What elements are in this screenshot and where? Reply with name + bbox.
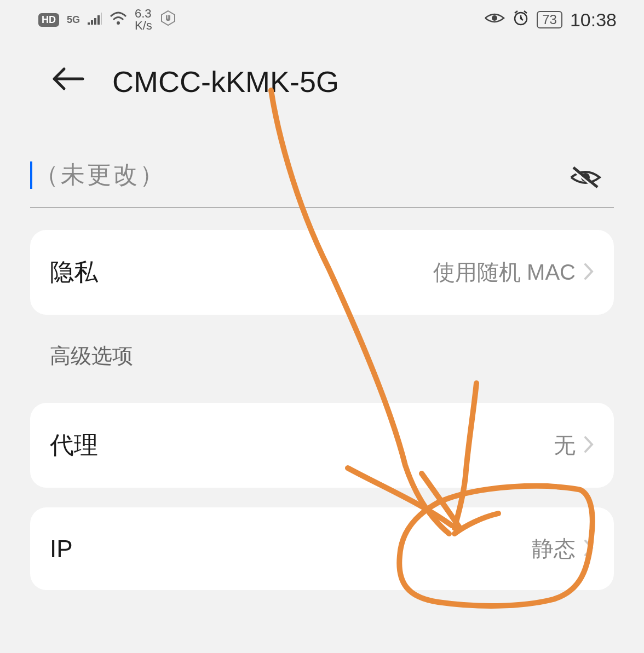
password-placeholder: （未更改） [34,159,166,191]
svg-point-2 [492,15,497,21]
status-left: HD 5G 6.3 K/s [38,8,176,32]
advanced-section-header: 高级选项 [30,315,614,381]
svg-point-0 [117,21,120,25]
proxy-setting-row[interactable]: 代理 无 [30,403,614,488]
clock: 10:38 [570,9,617,31]
hd-badge-icon: HD [38,13,59,27]
privacy-setting-row[interactable]: 隐私 使用随机 MAC [30,230,614,315]
battery-icon: 73 [537,11,562,28]
chevron-right-icon [583,435,594,456]
ip-setting-row[interactable]: IP 静态 [30,507,614,590]
proxy-value: 无 [554,430,576,460]
chevron-right-icon [583,539,594,559]
wifi-icon [110,11,127,29]
hand-icon [160,10,176,30]
password-input[interactable]: （未更改） [30,148,614,208]
proxy-label: 代理 [50,429,98,461]
ip-label: IP [50,535,73,563]
status-right: 73 10:38 [484,9,617,31]
show-password-icon[interactable] [568,164,603,193]
privacy-value-wrap: 使用随机 MAC [433,257,594,287]
ip-value: 静态 [532,534,576,564]
page-title: CMCC-kKMK-5G [112,65,339,99]
back-arrow-icon[interactable] [52,66,85,97]
chevron-right-icon [583,262,594,283]
content: （未更改） 隐私 使用随机 MAC 高级选项 代理 无 IP 静态 [0,120,644,590]
proxy-value-wrap: 无 [554,430,594,460]
page-header: CMCC-kKMK-5G [0,37,644,120]
ip-value-wrap: 静态 [532,534,594,564]
privacy-label: 隐私 [50,256,98,288]
privacy-value: 使用随机 MAC [433,257,576,287]
eye-visibility-icon [484,11,505,28]
network-speed: 6.3 K/s [135,8,152,32]
text-cursor [30,161,32,189]
status-bar: HD 5G 6.3 K/s 73 10:38 [0,0,644,37]
alarm-icon [513,10,529,30]
svg-line-5 [573,167,597,187]
signal-bars-icon [88,11,102,28]
network-type-icon: 5G [67,14,80,26]
